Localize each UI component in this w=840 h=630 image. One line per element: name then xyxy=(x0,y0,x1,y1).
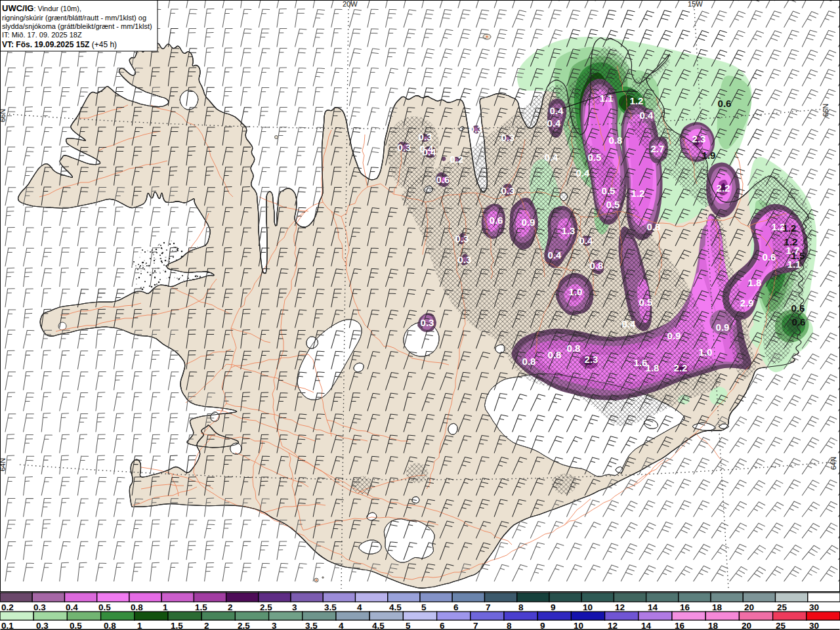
svg-text:0.4: 0.4 xyxy=(545,152,559,163)
svg-text:1.5: 1.5 xyxy=(791,250,805,261)
svg-text:16: 16 xyxy=(675,621,685,630)
svg-text:1.2: 1.2 xyxy=(784,236,798,247)
svg-text:VT: Fös. 19.09.2025 15Z (+45 h: VT: Fös. 19.09.2025 15Z (+45 h) xyxy=(2,40,117,49)
svg-text:1.0: 1.0 xyxy=(569,286,583,297)
svg-text:0.2: 0.2 xyxy=(1,602,14,612)
svg-text:1.0: 1.0 xyxy=(699,346,713,358)
svg-text:12: 12 xyxy=(608,621,618,630)
svg-text:1.2: 1.2 xyxy=(630,95,644,106)
svg-text:2.9: 2.9 xyxy=(740,297,754,308)
svg-text:0.4: 0.4 xyxy=(579,235,594,246)
svg-text:1.8: 1.8 xyxy=(646,362,660,373)
svg-text:slydda/snjókoma (grátt/bleikt/: slydda/snjókoma (grátt/bleikt/grænt - mm… xyxy=(2,22,152,30)
svg-text:0.8: 0.8 xyxy=(647,221,661,232)
svg-text:0.5: 0.5 xyxy=(606,199,620,210)
svg-text:0.8: 0.8 xyxy=(131,602,143,612)
svg-text:1.8: 1.8 xyxy=(748,277,762,288)
svg-text:0.3: 0.3 xyxy=(455,233,469,244)
svg-text:0.3: 0.3 xyxy=(501,185,515,196)
svg-text:7: 7 xyxy=(486,602,491,612)
svg-text:0.6: 0.6 xyxy=(763,251,776,262)
svg-text:10: 10 xyxy=(583,602,593,612)
svg-text:0.4: 0.4 xyxy=(66,602,78,612)
svg-text:25: 25 xyxy=(776,621,786,630)
svg-text:0.8: 0.8 xyxy=(590,260,604,271)
svg-text:1.3: 1.3 xyxy=(562,225,576,236)
svg-text:0.8: 0.8 xyxy=(567,343,581,354)
svg-text:0.3: 0.3 xyxy=(501,132,515,143)
svg-text:20: 20 xyxy=(744,602,754,612)
svg-text:1.9: 1.9 xyxy=(702,150,716,161)
svg-text:2.3: 2.3 xyxy=(692,133,706,144)
svg-text:9: 9 xyxy=(540,621,545,630)
svg-text:25: 25 xyxy=(777,602,788,612)
svg-text:0.9: 0.9 xyxy=(667,330,681,341)
svg-text:0.3: 0.3 xyxy=(419,131,432,142)
svg-text:0.6: 0.6 xyxy=(718,98,732,109)
svg-text:0.3: 0.3 xyxy=(36,621,49,630)
svg-text:1: 1 xyxy=(137,621,142,630)
svg-text:7: 7 xyxy=(473,621,478,630)
svg-text:0.5: 0.5 xyxy=(70,621,82,630)
svg-text:30: 30 xyxy=(809,621,819,630)
svg-text:3.5: 3.5 xyxy=(324,602,337,612)
svg-text:66N: 66N xyxy=(822,104,830,117)
svg-text:2.3: 2.3 xyxy=(585,354,598,365)
svg-text:1.1: 1.1 xyxy=(600,93,614,104)
svg-text:3: 3 xyxy=(272,621,277,630)
svg-text:4.5: 4.5 xyxy=(372,621,385,630)
svg-text:0.4: 0.4 xyxy=(547,117,562,129)
svg-text:0.9: 0.9 xyxy=(716,322,730,333)
svg-text:2.5: 2.5 xyxy=(260,602,272,612)
svg-text:0.5: 0.5 xyxy=(639,297,653,308)
svg-text:14: 14 xyxy=(641,621,652,630)
svg-text:rigning/skúrir (grænt/blátt/ra: rigning/skúrir (grænt/blátt/rautt - mm/1… xyxy=(2,14,146,22)
svg-text:8: 8 xyxy=(518,602,524,612)
svg-text:IT: Mið. 17. 09. 2025 18Z: IT: Mið. 17. 09. 2025 18Z xyxy=(2,31,82,39)
svg-text:0.3: 0.3 xyxy=(33,602,46,612)
svg-text:0.4: 0.4 xyxy=(423,146,437,158)
svg-text:0.9: 0.9 xyxy=(522,217,536,228)
svg-text:9: 9 xyxy=(551,602,556,612)
svg-text:5: 5 xyxy=(421,602,427,612)
svg-text:0.4: 0.4 xyxy=(548,249,562,261)
svg-text:2.7: 2.7 xyxy=(651,143,665,154)
svg-text:UWC/IG: Vindur (10m),: UWC/IG: Vindur (10m), xyxy=(2,3,81,13)
svg-text:1.5: 1.5 xyxy=(171,621,183,630)
svg-text:0.6: 0.6 xyxy=(791,303,805,314)
svg-text:0.5: 0.5 xyxy=(588,152,602,163)
svg-text:0.4: 0.4 xyxy=(622,318,637,329)
svg-text:2: 2 xyxy=(228,602,233,612)
svg-text:0.8: 0.8 xyxy=(548,349,562,360)
svg-text:2: 2 xyxy=(204,621,209,630)
svg-text:0.1: 0.1 xyxy=(1,621,14,630)
svg-text:0.6: 0.6 xyxy=(436,174,450,185)
svg-text:2.2: 2.2 xyxy=(717,182,730,194)
svg-text:0.8: 0.8 xyxy=(104,621,116,630)
svg-text:1.2: 1.2 xyxy=(783,222,797,234)
svg-text:20: 20 xyxy=(742,621,751,630)
svg-text:4.5: 4.5 xyxy=(389,602,402,612)
svg-text:0.4: 0.4 xyxy=(550,105,564,116)
svg-text:12: 12 xyxy=(615,602,625,612)
svg-text:0.8: 0.8 xyxy=(522,356,536,367)
svg-text:0.3: 0.3 xyxy=(421,317,434,328)
svg-text:0.6: 0.6 xyxy=(490,215,503,226)
svg-text:0.3: 0.3 xyxy=(458,254,472,265)
svg-text:30: 30 xyxy=(809,602,819,612)
svg-text:2.2: 2.2 xyxy=(674,362,688,373)
svg-text:8: 8 xyxy=(507,621,512,630)
svg-text:3: 3 xyxy=(292,602,297,612)
svg-text:0.4: 0.4 xyxy=(576,167,591,178)
svg-text:6: 6 xyxy=(440,621,445,630)
svg-text:0.5: 0.5 xyxy=(98,602,111,612)
svg-text:0.8: 0.8 xyxy=(609,135,623,146)
svg-text:0.4: 0.4 xyxy=(640,110,654,121)
svg-text:1: 1 xyxy=(163,602,168,612)
svg-text:0.3: 0.3 xyxy=(469,123,483,135)
svg-text:2.5: 2.5 xyxy=(238,621,250,630)
svg-text:0.2: 0.2 xyxy=(450,154,464,165)
svg-text:3.5: 3.5 xyxy=(305,621,318,630)
svg-text:0.5: 0.5 xyxy=(602,185,616,196)
svg-text:0.6: 0.6 xyxy=(792,316,806,327)
